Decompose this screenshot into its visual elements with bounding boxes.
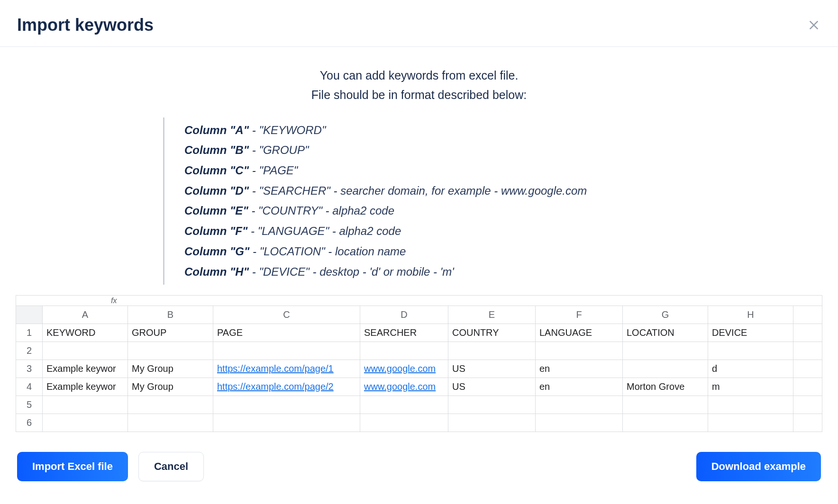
cell: COUNTRY (448, 324, 536, 342)
fx-label: fx (16, 297, 120, 305)
table-row: 5 (16, 396, 822, 414)
spreadsheet-example: fx A B C D E F G H 1KEYWORD (16, 295, 822, 432)
cell (708, 414, 793, 432)
cell (43, 342, 128, 360)
cell (128, 414, 213, 432)
col-header: D (360, 306, 448, 324)
column-c-desc: Column "C" - "PAGE" (184, 161, 675, 181)
cell: Example keywor (43, 360, 128, 378)
cell (360, 342, 448, 360)
cell: My Group (128, 378, 213, 396)
cell: https://example.com/page/2 (213, 378, 360, 396)
cell: KEYWORD (43, 324, 128, 342)
table-row: 1KEYWORDGROUPPAGESEARCHERCOUNTRYLANGUAGE… (16, 324, 822, 342)
cell (43, 396, 128, 414)
cell (43, 414, 128, 432)
cell (623, 414, 708, 432)
cell (536, 414, 623, 432)
cell: LOCATION (623, 324, 708, 342)
column-b-desc: Column "B" - "GROUP" (184, 140, 675, 161)
row-number: 5 (16, 396, 43, 414)
formula-bar: fx (16, 295, 822, 306)
cell: GROUP (128, 324, 213, 342)
intro-line-2: File should be in format described below… (0, 85, 838, 105)
cancel-button[interactable]: Cancel (138, 452, 204, 481)
cell-link[interactable]: https://example.com/page/1 (217, 363, 334, 374)
column-h-desc: Column "H" - "DEVICE" - desktop - 'd' or… (184, 262, 675, 282)
cell: SEARCHER (360, 324, 448, 342)
intro-text: You can add keywords from excel file. Fi… (0, 47, 838, 113)
col-header: F (536, 306, 623, 324)
modal-title: Import keywords (17, 15, 154, 35)
cell: US (448, 378, 536, 396)
download-example-button[interactable]: Download example (696, 452, 821, 481)
import-keywords-modal: Import keywords You can add keywords fro… (0, 0, 838, 504)
cell: Morton Grove (623, 378, 708, 396)
cell: www.google.com (360, 378, 448, 396)
cell (360, 396, 448, 414)
row-number: 4 (16, 378, 43, 396)
cell (623, 396, 708, 414)
cell (793, 378, 822, 396)
intro-line-1: You can add keywords from excel file. (0, 66, 838, 85)
cell (793, 414, 822, 432)
cell: LANGUAGE (536, 324, 623, 342)
table-row: 3Example keyworMy Grouphttps://example.c… (16, 360, 822, 378)
cell (623, 342, 708, 360)
modal-header: Import keywords (0, 0, 838, 47)
col-header: C (213, 306, 360, 324)
column-f-desc: Column "F" - "LANGUAGE" - alpha2 code (184, 221, 675, 242)
column-e-desc: Column "E" - "COUNTRY" - alpha2 code (184, 201, 675, 221)
import-excel-button[interactable]: Import Excel file (17, 452, 128, 481)
table-row: 2 (16, 342, 822, 360)
col-header: H (708, 306, 793, 324)
cell (623, 360, 708, 378)
cell (448, 396, 536, 414)
cell (793, 360, 822, 378)
cell-link[interactable]: www.google.com (364, 363, 436, 374)
cell (536, 342, 623, 360)
column-a-desc: Column "A" - "KEYWORD" (184, 120, 675, 141)
row-number: 1 (16, 324, 43, 342)
cell: en (536, 378, 623, 396)
cell (128, 396, 213, 414)
cell-link[interactable]: https://example.com/page/2 (217, 381, 334, 392)
cell: My Group (128, 360, 213, 378)
cell (360, 414, 448, 432)
table-row: 4Example keyworMy Grouphttps://example.c… (16, 378, 822, 396)
col-header: A (43, 306, 128, 324)
columns-description: Column "A" - "KEYWORD" Column "B" - "GRO… (163, 117, 675, 285)
cell: en (536, 360, 623, 378)
cell: Example keywor (43, 378, 128, 396)
cell (708, 342, 793, 360)
cell: www.google.com (360, 360, 448, 378)
cell: DEVICE (708, 324, 793, 342)
cell (213, 396, 360, 414)
row-number: 2 (16, 342, 43, 360)
cell (213, 414, 360, 432)
cell (128, 342, 213, 360)
cell-link[interactable]: www.google.com (364, 381, 436, 392)
col-header: B (128, 306, 213, 324)
cell (793, 342, 822, 360)
spreadsheet-table: A B C D E F G H 1KEYWORDGROUPPAGESEARCHE… (16, 306, 822, 432)
col-header: G (623, 306, 708, 324)
cell (793, 396, 822, 414)
modal-footer: Import Excel file Cancel Download exampl… (0, 432, 838, 481)
column-d-desc: Column "D" - "SEARCHER" - searcher domai… (184, 181, 675, 201)
column-headers-row: A B C D E F G H (16, 306, 822, 324)
close-icon[interactable] (807, 18, 821, 32)
col-header: E (448, 306, 536, 324)
cell (536, 396, 623, 414)
cell (448, 414, 536, 432)
cell (448, 342, 536, 360)
cell: https://example.com/page/1 (213, 360, 360, 378)
cell: US (448, 360, 536, 378)
row-number: 6 (16, 414, 43, 432)
cell: d (708, 360, 793, 378)
cell (213, 342, 360, 360)
corner-cell (16, 306, 43, 324)
table-row: 6 (16, 414, 822, 432)
cell (708, 396, 793, 414)
cell (793, 324, 822, 342)
